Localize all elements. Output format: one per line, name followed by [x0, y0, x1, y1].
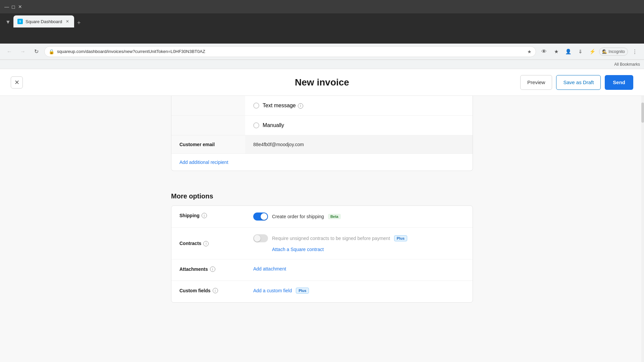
tab-close-button[interactable]: ✕ [65, 19, 70, 24]
url-text: squareup.com/dashboard/invoices/new?curr… [57, 49, 205, 54]
manually-label-cell [171, 116, 245, 135]
custom-fields-label-cell: Custom fields i [171, 281, 245, 300]
text-message-radio[interactable] [253, 103, 259, 109]
attachments-content-cell: Add attachment [245, 259, 473, 278]
custom-fields-inline: Add a custom field Plus [253, 288, 465, 294]
shipping-row: Shipping i Create order for shipping Bet… [171, 206, 473, 228]
delivery-card: Text message i Manually [171, 96, 473, 171]
manually-radio[interactable] [253, 122, 259, 128]
tab-title: Square Dashboard [25, 19, 62, 24]
add-custom-field-link[interactable]: Add a custom field [253, 288, 292, 293]
browser-chrome: — ◻ ✕ ▼ S Square Dashboard ✕ + [0, 0, 644, 44]
shipping-inline: Create order for shipping Beta [253, 213, 465, 221]
browser-tabs: ▼ S Square Dashboard ✕ + [0, 13, 644, 27]
window-minimize[interactable]: — [4, 4, 9, 9]
text-message-row: Text message i [171, 96, 473, 116]
preview-button[interactable]: Preview [520, 75, 552, 90]
customer-email-label-cell: Customer email [171, 135, 245, 154]
main-content[interactable]: Text message i Manually [0, 96, 644, 362]
tab-favicon: S [17, 19, 23, 24]
shipping-toggle-label: Create order for shipping [272, 214, 324, 219]
custom-fields-row: Custom fields i Add a custom field Plus [171, 281, 473, 302]
contracts-inline: Require unsigned contracts to be signed … [253, 234, 465, 242]
window-maximize[interactable]: ◻ [11, 4, 16, 9]
add-recipient-row: Add additional recipient [171, 154, 473, 171]
manually-content-cell: Manually [245, 116, 473, 135]
manually-label: Manually [263, 122, 284, 128]
add-attachment-link[interactable]: Add attachment [253, 266, 465, 272]
lock-icon: 🔒 [49, 49, 54, 54]
shipping-beta-badge: Beta [328, 214, 341, 219]
active-tab[interactable]: S Square Dashboard ✕ [13, 15, 74, 27]
shipping-label-cell: Shipping i [171, 206, 245, 225]
download-icon[interactable]: ⇓ [575, 46, 586, 57]
save-as-draft-button[interactable]: Save as Draft [556, 75, 601, 90]
more-options-card: Shipping i Create order for shipping Bet… [171, 205, 473, 303]
shipping-content-cell: Create order for shipping Beta [245, 206, 473, 227]
shipping-label: Shipping [179, 213, 200, 218]
contracts-plus-badge: Plus [394, 235, 407, 241]
forward-button[interactable]: → [17, 46, 28, 57]
attachments-label-cell: Attachments i [171, 259, 245, 279]
incognito-icon: 🕵 [602, 49, 607, 54]
contracts-row: Contracts i Require unsigned contracts t… [171, 228, 473, 259]
shipping-info-icon[interactable]: i [202, 213, 207, 218]
browser-actions: 👁 ★ 👤 ⇓ ⚡ 🕵 Incognito ⋮ [539, 46, 640, 57]
browser-titlebar: — ◻ ✕ [0, 0, 644, 13]
custom-fields-content-cell: Add a custom field Plus [245, 281, 473, 300]
bookmarks-bar: All Bookmarks [0, 60, 644, 69]
manually-option[interactable]: Manually [253, 122, 465, 128]
send-button[interactable]: Send [605, 75, 633, 90]
manually-row: Manually [171, 116, 473, 135]
attach-contract-link[interactable]: Attach a Square contract [272, 247, 324, 252]
attachments-info-icon[interactable]: i [210, 266, 215, 272]
page-title: New invoice [295, 77, 349, 88]
back-button[interactable]: ← [4, 46, 15, 57]
attachments-label: Attachments [179, 266, 208, 272]
more-options-section: More options Shipping i [171, 182, 473, 303]
new-tab-button[interactable]: + [74, 18, 84, 27]
reload-button[interactable]: ↻ [31, 46, 42, 57]
customer-email-row: Customer email 88e4fb0f@moodjoy.com [171, 135, 473, 154]
add-recipient-link[interactable]: Add additional recipient [179, 160, 228, 165]
text-message-label-wrapper: Text message i [263, 103, 303, 109]
custom-fields-plus-badge: Plus [296, 288, 309, 294]
address-bar-icons: 🔒 [49, 49, 54, 54]
contracts-main-row: Contracts i Require unsigned contracts t… [171, 228, 473, 259]
address-bar-actions: ★ [527, 49, 532, 54]
customer-email-value: 88e4fb0f@moodjoy.com [253, 142, 304, 147]
contracts-toggle-label: Require unsigned contracts to be signed … [272, 236, 390, 241]
address-bar[interactable]: 🔒 squareup.com/dashboard/invoices/new?cu… [44, 46, 536, 57]
text-message-option[interactable]: Text message i [253, 103, 465, 109]
all-bookmarks-label: All Bookmarks [614, 62, 640, 67]
bookmark-icon[interactable]: ★ [527, 49, 532, 54]
text-message-info-icon[interactable]: i [298, 103, 303, 109]
eye-off-icon[interactable]: 👁 [539, 46, 549, 57]
attach-contract-wrapper: Attach a Square contract [253, 246, 465, 252]
contracts-toggle[interactable] [253, 234, 268, 242]
contracts-content-cell: Require unsigned contracts to be signed … [245, 228, 473, 259]
shipping-toggle[interactable] [253, 213, 268, 221]
contracts-label-cell: Contracts i [171, 228, 245, 259]
menu-icon[interactable]: ⋮ [629, 46, 640, 57]
customer-email-value-cell: 88e4fb0f@moodjoy.com [245, 135, 473, 154]
scrollbar-thumb[interactable] [641, 103, 644, 123]
window-close[interactable]: ✕ [17, 4, 23, 9]
delivery-content-cell: Text message i [245, 96, 473, 115]
contracts-info-icon[interactable]: i [203, 241, 209, 246]
incognito-label: Incognito [608, 49, 625, 54]
close-button[interactable]: ✕ [11, 76, 23, 88]
more-options-title: More options [171, 182, 473, 205]
text-message-label: Text message [263, 103, 296, 109]
scrollbar-track[interactable] [641, 96, 644, 362]
profile-icon[interactable]: 👤 [563, 46, 574, 57]
incognito-badge: 🕵 Incognito [599, 48, 628, 56]
custom-fields-info-icon[interactable]: i [213, 288, 218, 293]
tab-dropdown[interactable]: ▼ [3, 17, 13, 27]
bookmark-toolbar-icon[interactable]: ★ [551, 46, 561, 57]
top-bar-actions: Preview Save as Draft Send [520, 75, 633, 90]
extensions-icon[interactable]: ⚡ [587, 46, 598, 57]
attachments-row: Attachments i Add attachment [171, 259, 473, 281]
app-content: ✕ New invoice Preview Save as Draft Send [0, 69, 644, 362]
delivery-label-cell [171, 96, 245, 115]
